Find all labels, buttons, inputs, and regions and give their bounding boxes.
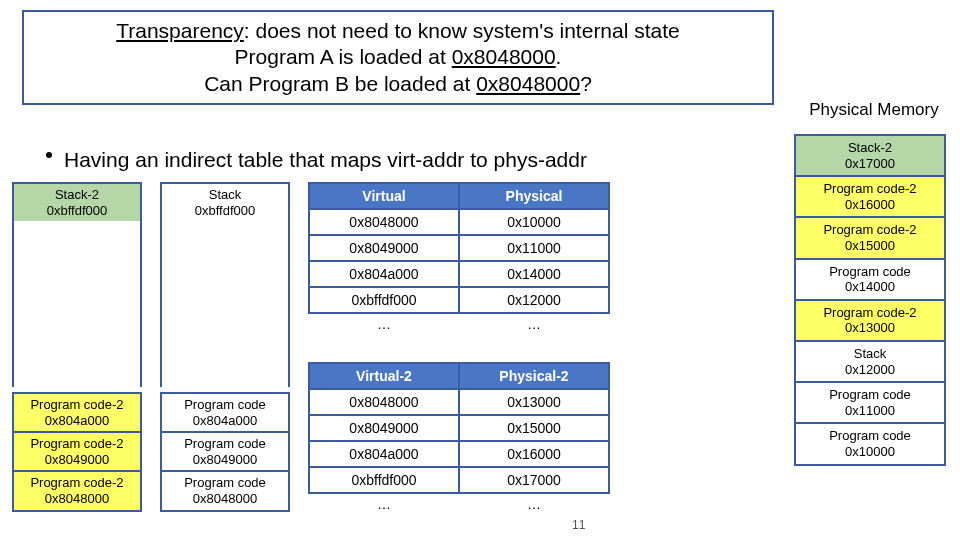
phys-cell: Program code0x14000 xyxy=(794,258,946,301)
code-b-cell: Program code-20x804a000 xyxy=(12,392,142,433)
mapping-table-b: Virtual-2Physical-2 0x80480000x13000 0x8… xyxy=(308,362,610,514)
stack-b-cell: Stack-20xbffdf000 xyxy=(12,182,142,223)
mapping-table-a: VirtualPhysical 0x80480000x10000 0x80490… xyxy=(308,182,610,334)
gap-cell xyxy=(160,221,290,387)
hdr-virtual: Virtual xyxy=(309,183,459,209)
phys-cell: Program code-20x13000 xyxy=(794,299,946,342)
code-b-cell: Program code-20x8049000 xyxy=(12,431,142,472)
proc-a-column: Stack0xbffdf000 xyxy=(160,182,290,385)
dots-row: …… xyxy=(309,493,609,514)
physical-memory-column: Stack-20x17000 Program code-20x16000 Pro… xyxy=(794,134,946,464)
table-row: 0x80480000x13000 xyxy=(309,389,609,415)
code-a-cell: Program code0x8048000 xyxy=(160,470,290,511)
phys-mem-title: Physical Memory xyxy=(794,100,954,120)
phys-cell: Program code-20x16000 xyxy=(794,175,946,218)
title-line2: Program A is loaded at 0x8048000. xyxy=(28,44,768,70)
table-row: 0x804a0000x14000 xyxy=(309,261,609,287)
phys-cell: Program code-20x15000 xyxy=(794,216,946,259)
proc-b-code-column: Program code-20x804a000 Program code-20x… xyxy=(12,392,142,510)
title-line1: Transparency: does not need to know syst… xyxy=(28,18,768,44)
table-row: 0xbffdf0000x12000 xyxy=(309,287,609,313)
bullet-dot-icon xyxy=(46,152,52,158)
table-row: 0x80480000x10000 xyxy=(309,209,609,235)
hdr-physical2: Physical-2 xyxy=(459,363,609,389)
phys-cell: Stack-20x17000 xyxy=(794,134,946,177)
gap-cell xyxy=(12,221,142,387)
table-row: 0x80490000x11000 xyxy=(309,235,609,261)
dots-row: …… xyxy=(309,313,609,334)
phys-cell: Stack0x12000 xyxy=(794,340,946,383)
table-row: 0x80490000x15000 xyxy=(309,415,609,441)
hdr-virtual2: Virtual-2 xyxy=(309,363,459,389)
table-row: 0x804a0000x16000 xyxy=(309,441,609,467)
proc-b-column: Stack-20xbffdf000 xyxy=(12,182,142,385)
title-word: Transparency xyxy=(116,19,244,42)
code-a-cell: Program code0x8049000 xyxy=(160,431,290,472)
title-line3: Can Program B be loaded at 0x8048000? xyxy=(28,71,768,97)
bullet-line: Having an indirect table that maps virt-… xyxy=(64,148,587,172)
phys-cell: Program code0x11000 xyxy=(794,381,946,424)
code-b-cell: Program code-20x8048000 xyxy=(12,470,142,511)
table-row: 0xbffdf0000x17000 xyxy=(309,467,609,493)
phys-cell: Program code0x10000 xyxy=(794,422,946,465)
proc-a-code-column: Program code0x804a000 Program code0x8049… xyxy=(160,392,290,510)
code-a-cell: Program code0x804a000 xyxy=(160,392,290,433)
hdr-physical: Physical xyxy=(459,183,609,209)
title-box: Transparency: does not need to know syst… xyxy=(22,10,774,105)
page-number: 11 xyxy=(572,518,585,532)
stack-a-cell: Stack0xbffdf000 xyxy=(160,182,290,223)
